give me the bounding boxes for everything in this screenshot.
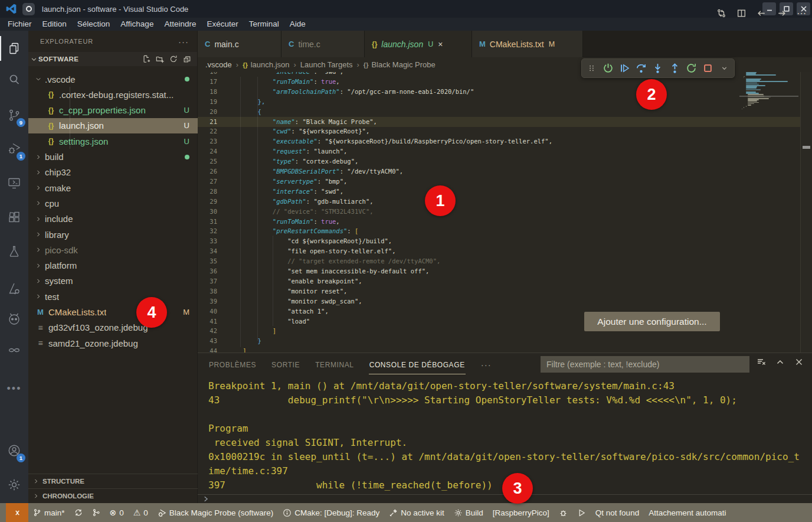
arrow-left-icon[interactable] bbox=[757, 8, 767, 18]
new-folder-icon[interactable] bbox=[156, 55, 164, 63]
menu-sélection[interactable]: Sélection bbox=[72, 18, 116, 31]
project-section-header[interactable]: SOFTWARE bbox=[28, 52, 197, 66]
activity-explorer[interactable] bbox=[0, 35, 28, 62]
compare-icon[interactable] bbox=[716, 8, 726, 18]
tree-file-settings-json[interactable]: {}settings.jsonU bbox=[28, 133, 198, 149]
tree-folder-platform[interactable]: platform bbox=[28, 258, 198, 273]
status-no-active-kit[interactable]: No active kit bbox=[384, 503, 449, 522]
collapse-all-icon[interactable] bbox=[183, 55, 191, 63]
activity-cmake[interactable] bbox=[0, 275, 28, 302]
breadcrumb-item[interactable]: Black Magic Probe bbox=[371, 60, 435, 69]
status-attachement-automati[interactable]: Attachement automati bbox=[644, 503, 731, 522]
status-black-magic-probe-software-[interactable]: Black Magic Probe (software) bbox=[153, 503, 278, 522]
panel-tab-sortie[interactable]: SORTIE bbox=[271, 355, 300, 374]
activity-more[interactable]: ••• bbox=[0, 375, 28, 402]
chevron-up-icon[interactable] bbox=[775, 357, 785, 367]
tree-folder--vscode[interactable]: .vscode bbox=[28, 71, 198, 87]
tree-folder-pico-sdk[interactable]: pico-sdk bbox=[28, 242, 198, 257]
panel-tab-probl-mes[interactable]: PROBLÈMES bbox=[208, 355, 257, 374]
status-0[interactable]: ⚠0 bbox=[129, 503, 153, 522]
status-main-[interactable]: main* bbox=[28, 503, 70, 522]
menu-edition[interactable]: Edition bbox=[37, 18, 72, 31]
power-icon[interactable] bbox=[603, 63, 614, 74]
tree-folder-cmake[interactable]: cmake bbox=[28, 180, 198, 195]
tree-folder-build[interactable]: build bbox=[28, 149, 198, 165]
status-qt-not-found[interactable]: Qt not found bbox=[591, 503, 644, 522]
status-0[interactable]: ⊗0 bbox=[105, 503, 129, 522]
menu-terminal[interactable]: Terminal bbox=[244, 18, 284, 31]
editor-scrollbar[interactable] bbox=[800, 72, 812, 353]
menu-affichage[interactable]: Affichage bbox=[115, 18, 159, 31]
tab-time-c[interactable]: Ctime.c bbox=[281, 31, 365, 57]
menu-atteindre[interactable]: Atteindre bbox=[159, 18, 201, 31]
status--raspberrypico-[interactable]: [RaspberryPico] bbox=[488, 503, 554, 522]
clear-console-icon[interactable] bbox=[757, 357, 766, 367]
status-git-merge[interactable] bbox=[87, 503, 105, 522]
continue-icon[interactable] bbox=[619, 63, 630, 74]
breadcrumb-item[interactable]: launch.json bbox=[251, 60, 290, 69]
activity-search[interactable] bbox=[0, 66, 28, 93]
minimap[interactable] bbox=[739, 72, 798, 353]
close-tab-icon[interactable]: × bbox=[438, 40, 443, 49]
restart-icon[interactable] bbox=[686, 63, 697, 74]
menu-exécuter[interactable]: Exécuter bbox=[201, 18, 243, 31]
panel-tab-console-de-d-bogage[interactable]: CONSOLE DE DÉBOGAGE bbox=[369, 355, 466, 374]
section-chronologie[interactable]: CHRONOLOGIE bbox=[28, 488, 198, 503]
activity-extensions[interactable] bbox=[0, 204, 28, 231]
panel-more-icon[interactable]: ··· bbox=[481, 360, 492, 370]
tree-folder-chip32[interactable]: chip32 bbox=[28, 165, 198, 180]
split-editor-icon[interactable] bbox=[736, 8, 746, 18]
tree-file-launch-json[interactable]: {}launch.jsonU bbox=[28, 118, 198, 133]
activity-source-control[interactable]: 9 bbox=[0, 102, 28, 129]
activity-accounts[interactable]: 1 bbox=[0, 437, 28, 464]
tree-file-samd21-ozone-jdebug[interactable]: ≡samd21_ozone.jdebug bbox=[28, 335, 198, 351]
section-structure[interactable]: STRUCTURE bbox=[28, 474, 198, 488]
tree-folder-system[interactable]: system bbox=[28, 273, 198, 289]
step-out-icon[interactable] bbox=[669, 63, 680, 74]
status-play[interactable] bbox=[572, 503, 591, 522]
arrow-right-icon[interactable] bbox=[777, 8, 787, 18]
tree-folder-test[interactable]: test bbox=[28, 289, 198, 304]
activity-remote-explorer[interactable] bbox=[0, 169, 28, 197]
status-build[interactable]: Build bbox=[449, 503, 488, 522]
tree-file-cmakelists-txt[interactable]: MCMakeLists.txtM bbox=[28, 305, 198, 320]
git-status-badge: U bbox=[184, 137, 189, 146]
tree-folder-include[interactable]: include bbox=[28, 211, 198, 227]
close-icon[interactable] bbox=[794, 357, 804, 367]
activity-settings[interactable] bbox=[0, 471, 28, 498]
panel-tab-terminal[interactable]: TERMINAL bbox=[315, 355, 354, 374]
step-into-icon[interactable] bbox=[652, 63, 663, 74]
gripper-icon bbox=[586, 63, 597, 74]
tab-cmakelists-txt[interactable]: MCMakeLists.txtM bbox=[472, 31, 583, 57]
tree-file-gd32vf103-ozone-jdebug[interactable]: ≡gd32vf103_ozone.jdebug bbox=[28, 320, 198, 335]
menu-aide[interactable]: Aide bbox=[284, 18, 311, 31]
add-configuration-button[interactable]: Ajouter une configuration... bbox=[584, 312, 720, 331]
stop-icon[interactable] bbox=[702, 63, 713, 74]
status-bug[interactable] bbox=[554, 503, 572, 522]
tree-folder-library[interactable]: library bbox=[28, 227, 198, 242]
tree-file-c-cpp-properties-json[interactable]: {}c_cpp_properties.jsonU bbox=[28, 103, 198, 118]
activity-platformio[interactable] bbox=[0, 305, 28, 332]
status-cmake-debug-ready[interactable]: CMake: [Debug]: Ready bbox=[278, 503, 384, 522]
more-actions-icon[interactable]: ⋯ bbox=[797, 8, 806, 19]
chevron-down-icon[interactable] bbox=[719, 63, 730, 74]
tab-main-c[interactable]: Cmain.c bbox=[198, 31, 281, 57]
status-sync[interactable] bbox=[70, 503, 87, 522]
breadcrumb-item[interactable]: Launch Targets bbox=[300, 60, 353, 69]
step-over-icon[interactable] bbox=[636, 63, 647, 74]
tree-folder-cpu[interactable]: cpu bbox=[28, 195, 198, 211]
new-file-icon[interactable] bbox=[142, 55, 150, 63]
activity-visual-studio[interactable] bbox=[0, 337, 28, 364]
activity-testing[interactable] bbox=[0, 238, 28, 265]
minimap-line bbox=[748, 94, 764, 95]
status-remote[interactable] bbox=[6, 503, 28, 522]
sidebar-more-icon[interactable]: ··· bbox=[178, 37, 189, 47]
console-filter-input[interactable] bbox=[541, 356, 749, 373]
breadcrumb-item[interactable]: .vscode bbox=[205, 60, 232, 69]
tree-file--cortex-debug-registers-stat-[interactable]: {}.cortex-debug.registers.stat... bbox=[28, 87, 198, 102]
refresh-icon[interactable] bbox=[169, 55, 178, 63]
code-editor[interactable]: 16 "interface": "swd",17 "runToMain": tr… bbox=[198, 72, 800, 353]
tab-launch-json[interactable]: {}launch.jsonU× bbox=[365, 31, 472, 57]
activity-run-and-debug[interactable]: 1 bbox=[0, 135, 28, 162]
menu-fichier[interactable]: Fichier bbox=[2, 18, 37, 31]
